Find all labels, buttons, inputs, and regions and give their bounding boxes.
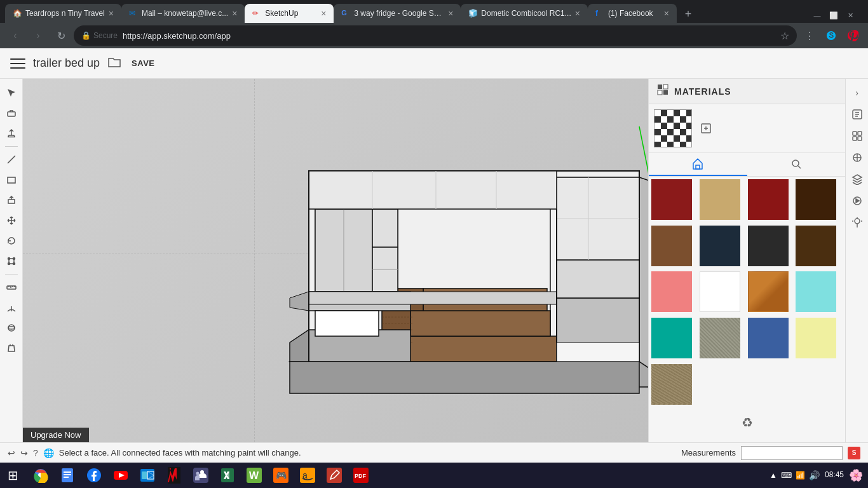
taskbar-pdf-icon[interactable]: PDF bbox=[348, 463, 374, 488]
tab-search[interactable] bbox=[747, 153, 846, 176]
material-swatch-charcoal[interactable] bbox=[748, 226, 789, 266]
tab-google[interactable]: G 3 way fridge - Google Se... × bbox=[334, 4, 461, 23]
material-swatch-wood[interactable] bbox=[748, 271, 789, 312]
forward-button[interactable]: › bbox=[28, 25, 48, 46]
volume-icon[interactable]: 🔊 bbox=[809, 470, 820, 480]
taskbar-docs-icon[interactable] bbox=[55, 463, 80, 488]
scenes-button[interactable] bbox=[848, 192, 866, 210]
orbit-tool[interactable] bbox=[3, 319, 20, 337]
globe-icon[interactable]: 🌐 bbox=[43, 448, 54, 458]
taskbar-clock[interactable]: 08:45 bbox=[825, 470, 844, 480]
material-swatch-crimson[interactable] bbox=[748, 179, 789, 220]
url-box[interactable]: 🔒 Secure https://app.sketchup.com/app ☆ bbox=[74, 25, 797, 46]
status-message: Select a face. All connected faces with … bbox=[59, 448, 676, 458]
new-tab-button[interactable]: + bbox=[679, 5, 697, 23]
move-tool[interactable] bbox=[3, 212, 20, 229]
tab-favicon-sketchup: ✏ bbox=[252, 9, 261, 18]
canvas-area[interactable]: Upgrade Now bbox=[23, 79, 648, 442]
material-swatch-teal[interactable] bbox=[651, 318, 692, 358]
taskbar-facebook-icon[interactable] bbox=[81, 463, 107, 488]
undo-icon[interactable]: ↩ bbox=[8, 448, 15, 458]
taskbar-word-icon[interactable]: W bbox=[241, 463, 267, 488]
extensions-button[interactable]: ⋮ bbox=[799, 25, 820, 46]
material-swatch-brown[interactable] bbox=[796, 226, 836, 266]
material-swatch-stone[interactable] bbox=[700, 318, 740, 358]
tab-teardrops[interactable]: 🏠 Teardrops n Tiny Travel × bbox=[5, 4, 121, 23]
expand-button[interactable]: › bbox=[848, 84, 866, 102]
shadows-button[interactable] bbox=[848, 214, 866, 231]
close-button[interactable]: ✕ bbox=[843, 8, 858, 23]
refresh-button[interactable]: ↻ bbox=[51, 25, 71, 46]
components-button[interactable] bbox=[848, 127, 866, 145]
tab-home[interactable] bbox=[649, 153, 747, 176]
material-swatch-white[interactable] bbox=[700, 271, 740, 312]
material-swatch-navy[interactable] bbox=[700, 226, 740, 266]
keyboard-icon[interactable]: ⌨ bbox=[781, 471, 792, 480]
material-swatch-sandy[interactable] bbox=[651, 364, 692, 405]
taskbar-excel-icon[interactable] bbox=[215, 463, 240, 488]
tape-measure-tool[interactable] bbox=[3, 278, 20, 296]
tab-close-sketchup[interactable]: × bbox=[321, 8, 326, 18]
push-pull-tool[interactable] bbox=[3, 191, 20, 209]
taskbar-youtube-icon[interactable] bbox=[108, 463, 133, 488]
taskbar-netflix-icon[interactable] bbox=[161, 463, 187, 488]
protractor-tool[interactable] bbox=[3, 299, 20, 316]
redo-icon[interactable]: ↪ bbox=[20, 448, 28, 458]
select-tool[interactable] bbox=[3, 84, 20, 102]
scale-tool[interactable] bbox=[3, 252, 20, 270]
material-swatch-dark-brown[interactable] bbox=[796, 179, 836, 220]
material-swatch-cyan[interactable] bbox=[796, 271, 836, 312]
minimize-button[interactable]: — bbox=[810, 8, 825, 23]
line-tool[interactable] bbox=[3, 151, 20, 168]
save-button[interactable]: SAVE bbox=[126, 56, 159, 71]
material-swatch-blue[interactable] bbox=[748, 318, 789, 358]
eraser-tool[interactable] bbox=[3, 104, 20, 122]
bookmark-icon[interactable]: ☆ bbox=[780, 30, 789, 42]
pinterest-icon[interactable] bbox=[843, 25, 863, 46]
tab-close-teardrops[interactable]: × bbox=[109, 8, 114, 18]
folder-icon[interactable] bbox=[107, 55, 121, 72]
entity-info-button[interactable] bbox=[848, 105, 866, 123]
refresh-materials-icon[interactable]: ♻ bbox=[742, 415, 753, 435]
restore-button[interactable]: ⬜ bbox=[826, 8, 841, 23]
material-edit-button[interactable] bbox=[697, 119, 715, 137]
tab-facebook[interactable]: f (1) Facebook × bbox=[588, 4, 677, 23]
taskbar-game-icon[interactable]: 🎮 bbox=[268, 463, 294, 488]
taskbar-outlook-icon[interactable] bbox=[135, 463, 160, 488]
taskbar-teams-icon[interactable] bbox=[188, 463, 214, 488]
taskbar-drawing-icon[interactable] bbox=[322, 463, 347, 488]
svg-text:W: W bbox=[249, 470, 259, 481]
tab-close-dometic[interactable]: × bbox=[575, 8, 580, 18]
material-swatch-pale-yellow[interactable] bbox=[796, 318, 836, 358]
tab-sketchup[interactable]: ✏ SketchUp × bbox=[245, 4, 334, 23]
tab-close-facebook[interactable]: × bbox=[664, 8, 669, 18]
material-swatch-coral[interactable] bbox=[651, 271, 692, 312]
help-icon[interactable]: ? bbox=[33, 448, 38, 458]
tab-dometic[interactable]: 🧊 Dometic Combicool RC1... × bbox=[461, 4, 588, 23]
material-swatch-tan[interactable] bbox=[700, 179, 740, 220]
tray-expand-icon[interactable]: ▲ bbox=[770, 471, 777, 480]
rectangle-tool[interactable] bbox=[3, 171, 20, 189]
upgrade-banner[interactable]: Upgrade Now bbox=[23, 428, 89, 442]
styles-button[interactable] bbox=[848, 149, 866, 166]
windows-start-button[interactable]: ⊞ bbox=[0, 463, 25, 488]
system-tray-icons: ▲ ⌨ 📶 🔊 bbox=[764, 470, 825, 480]
skype-icon[interactable] bbox=[821, 25, 841, 46]
taskbar-amazon-icon[interactable]: a bbox=[295, 463, 320, 488]
tab-mail[interactable]: ✉ Mail – knowetap@live.c... × bbox=[121, 4, 245, 23]
material-swatch-medium-brown[interactable] bbox=[651, 226, 692, 266]
material-swatch-dark-red[interactable] bbox=[651, 179, 692, 220]
paint-tool[interactable] bbox=[3, 125, 20, 142]
tab-close-mail[interactable]: × bbox=[232, 8, 237, 18]
tab-label-teardrops: Teardrops n Tiny Travel bbox=[25, 9, 105, 18]
tab-close-google[interactable]: × bbox=[448, 8, 453, 18]
menu-button[interactable] bbox=[8, 53, 28, 74]
network-icon[interactable]: 📶 bbox=[796, 471, 805, 480]
taskbar-chrome-icon[interactable] bbox=[28, 463, 53, 488]
measurements-input[interactable] bbox=[741, 446, 843, 460]
layers-button[interactable] bbox=[848, 170, 866, 188]
back-button[interactable]: ‹ bbox=[5, 25, 25, 46]
notification-icon[interactable]: 🌸 bbox=[844, 468, 868, 482]
pan-tool[interactable] bbox=[3, 339, 20, 357]
rotate-tool[interactable] bbox=[3, 232, 20, 250]
